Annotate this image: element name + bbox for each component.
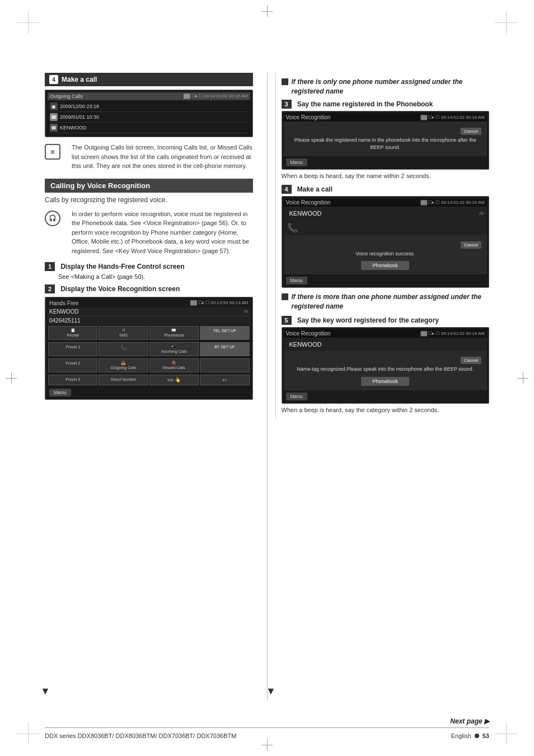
vr-menu-btn-step3[interactable]: Menu (286, 158, 308, 166)
reg-mark-bl (17, 722, 39, 745)
hf-cell-preset2[interactable]: Preset 2 (48, 358, 97, 372)
call-name-3: KENWOOD (60, 125, 87, 130)
two-column-layout: 4 Make a call Outgoing Calls ▓▓ ☐▸ ☐ 00:… (45, 73, 489, 419)
if-more-phone-text: If there is more than one phone number a… (292, 292, 490, 311)
step4-right-header-row: 4 Make a call (282, 185, 490, 194)
hf-cell-bt[interactable]: BT SET UP (200, 342, 249, 356)
step3-block: 3 Say the name registered in the Phonebo… (282, 100, 490, 180)
voice-subtitle: Calls by recognizing the registered voic… (45, 196, 253, 204)
hf-cell-icon-missed: 📵 (151, 361, 197, 365)
hf-cell-incoming[interactable]: 📲 Incoming Calls (149, 342, 199, 356)
crosshair-left (6, 372, 17, 384)
vr-screen-title-step3: Voice Recognition (286, 114, 331, 120)
hf-menu-row: Menu (47, 386, 251, 398)
note-box-2: 🎧 In order to perform voice recognition,… (45, 207, 253, 258)
hf-title-text: Hands Free (49, 300, 78, 306)
phone-icon: 📞 (120, 344, 127, 351)
step5-header-row: 5 Say the key word registered for the ca… (282, 316, 490, 325)
hf-cell-arrow[interactable]: ↩ (200, 375, 249, 385)
hf-menu-btn[interactable]: Menu (49, 389, 71, 396)
hf-cell-vm[interactable]: Vm 👆 (149, 375, 199, 385)
step5-caption: When a beep is heard, say the category w… (282, 406, 490, 414)
vr-menu-btn-step4[interactable]: Menu (286, 277, 308, 284)
note-icon-2: 🎧 (45, 211, 60, 226)
step5-number-label: 5 (282, 316, 292, 325)
page-content: 4 Make a call Outgoing Calls ▓▓ ☐▸ ☐ 00:… (45, 73, 489, 700)
vr-screen-body-step5: Cancel Name-tag recognized.Please speak … (284, 351, 488, 390)
hf-cell-phone-icon[interactable]: 📞 (99, 342, 148, 356)
voice-recognition-section-title: Calling by Voice Recognition (45, 179, 253, 193)
vr-screen-body-step3: Cancel Please speak the registered name … (284, 122, 488, 156)
hf-cell-label-missed: Missed Calls (163, 366, 185, 370)
hf-cell-phonebook[interactable]: 📖 Phonebook (149, 326, 199, 340)
arrow-down-center: ▼ (266, 685, 276, 697)
step3-header-text: Say the name registered in the Phonebook (297, 100, 433, 108)
hf-grid-row3: Preset 2 📤 Outgoing Calls 📵 Missed Calls (47, 357, 251, 374)
vr-phonebook-btn-step5[interactable]: Phonebook (361, 377, 409, 386)
next-page-label: Next page ▶ (448, 717, 489, 725)
vr-phone-icon: 📞 (287, 222, 298, 233)
hf-cell-recital[interactable]: 📋 Recital (48, 326, 97, 340)
vr-cancel-btn-step3[interactable]: Cancel (461, 126, 481, 134)
vr-prompt-text-step3: Please speak the registered name in the … (289, 137, 482, 152)
footer-page-num: 53 (483, 732, 489, 739)
outgoing-calls-titlebar: Outgoing Calls ▓▓ ☐▸ ☐ 00:14:01:02 00:16… (48, 92, 250, 100)
crosshair-bottom (261, 739, 273, 750)
hf-cell-direct[interactable]: Direct Number (99, 375, 148, 385)
call-item-3: ☎ KENWOOD (50, 123, 248, 133)
hf-cell-label-setup: SET UP (221, 345, 235, 349)
hf-cell-icon-phonebook: 📖 (151, 328, 197, 333)
hf-cell-label-preset3: Preset 3 (65, 377, 80, 381)
hf-grid: 📋 Recital ✉ SMS 📖 Phonebook TEL (47, 325, 251, 341)
hf-cell-tel[interactable]: TEL GET UP (200, 326, 249, 340)
hf-cell-label-bt: BT (214, 345, 219, 349)
hf-cell-outgoing[interactable]: 📤 Outgoing Calls (99, 358, 148, 372)
vr-status-step4: ▓▓ ☐▸ ☐ 00:14:01:02 00:16 AM (420, 200, 485, 205)
hf-cell-sms[interactable]: ✉ SMS (99, 326, 148, 340)
vr-kenwood-row: KENWOOD m (284, 207, 488, 220)
footer: DDX series DDX8036BT/ DDX8036BTM/ DDX703… (45, 727, 489, 739)
if-square-icon-1 (282, 78, 288, 85)
left-column: 4 Make a call Outgoing Calls ▓▓ ☐▸ ☐ 00:… (45, 73, 259, 419)
vr-screen-top-step4: Voice Recognition ▓▓ ☐▸ ☐ 00:14:01:02 00… (284, 198, 488, 207)
vr-screen-step5: Voice Recognition ▓▓ ☐▸ ☐ 00:14:01:02 00… (282, 327, 490, 404)
vr-screen-title-step4: Voice Recognition (286, 199, 331, 206)
hf-cell-label-phonebook: Phonebook (164, 333, 184, 337)
reg-mark-tl (17, 11, 39, 34)
vr-menu-btn-step5[interactable]: Menu (286, 393, 308, 400)
hf-cell-label-recital: Recital (67, 333, 78, 337)
hf-cell-label-direct: Direct Number (111, 377, 136, 381)
hf-cell-preset3[interactable]: Preset 3 (48, 375, 97, 385)
vr-phonebook-btn-step4[interactable]: Phonebook (361, 261, 409, 270)
note-symbol-1: ≡ (50, 148, 55, 156)
vr-kenwood-name-step5: KENWOOD (287, 340, 324, 349)
step2-block: 2 Display the Voice Recognition screen H… (45, 284, 253, 400)
vr-cancel-btn-step4[interactable]: Cancel (461, 240, 481, 248)
step3-number-label: 3 (282, 100, 292, 109)
hf-grid-row4: Preset 3 Direct Number Vm 👆 ↩ (47, 374, 251, 386)
hf-cell-preset1[interactable]: Preset 1 (48, 342, 97, 356)
vr-screen-step3: Voice Recognition ▓▓ ☐▸ ☐ 00:14:01:02 00… (282, 111, 490, 170)
hf-cell-label-getup: GET UP (222, 329, 236, 333)
vr-menu-row-step4: Menu (284, 274, 488, 286)
reg-mark-br (495, 722, 517, 745)
footer-dot (475, 734, 479, 738)
call-date-1: 2009/12/00 23:18 (60, 104, 99, 109)
hf-phone-number: 0426425111 (49, 318, 81, 324)
crosshair-top (261, 6, 273, 17)
hf-mode-indicator: m (244, 309, 249, 314)
hands-free-screen: Hands Free ▓▓ ☐▸ ☐ 00:13:54 00:13 AM KEN… (45, 297, 253, 400)
vr-cancel-btn-step5[interactable]: Cancel (461, 355, 481, 363)
reg-mark-tr (495, 11, 517, 34)
hf-cell-missed[interactable]: 📵 Missed Calls (149, 358, 199, 372)
call-item-2: ☎ 2009/01/01 10:30 (50, 112, 248, 123)
calls-list: ▣ 2009/12/00 23:18 ☎ 2009/01/01 10:30 ☎ (48, 100, 250, 134)
screen-status-icons: ▓▓ ☐▸ ☐ 00:14:01:02 00:16 AM (184, 94, 248, 99)
step4-title-left: Make a call (62, 76, 97, 83)
hf-cell-label-sms: SMS (119, 333, 128, 337)
hf-number-row: 0426425111 (47, 316, 251, 325)
vr-menu-row-step3: Menu (284, 156, 488, 167)
vr-phone-icon-row: 📞 (284, 220, 488, 235)
outgoing-calls-label: Outgoing Calls (50, 94, 83, 99)
vr-nametag-text: Name-tag recognized.Please speak into th… (297, 366, 474, 374)
